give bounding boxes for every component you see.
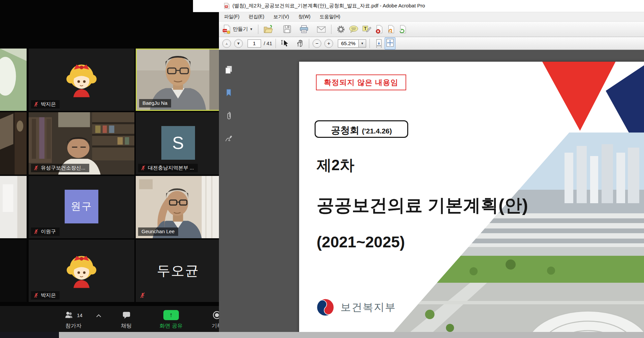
initial-avatar: S	[161, 126, 195, 160]
pdf-file-icon	[224, 3, 230, 9]
video-tile-duogyun[interactable]: 두오균	[136, 240, 219, 302]
mic-muted-icon	[140, 165, 146, 171]
print-icon	[299, 25, 309, 33]
video-tile-leewongu[interactable]: 원구 이원구	[29, 176, 134, 238]
participants-button[interactable]: 14 참가자	[53, 310, 94, 330]
video-tile-partial-4[interactable]	[0, 240, 27, 302]
screen-share-button[interactable]: ↑ 화면 공유	[154, 310, 188, 330]
video-tile-geunchan-lee[interactable]: Geunchan Lee	[136, 176, 219, 238]
zoom-out-button[interactable]: −	[313, 39, 321, 48]
paperclip-icon	[226, 111, 231, 120]
video-tile-daejeon[interactable]: S 대전충남지역본부 ...	[136, 112, 219, 175]
taskbar-corner	[0, 332, 59, 338]
initial-avatar: 원구	[65, 190, 98, 223]
video-tile-partial-1[interactable]	[0, 49, 27, 111]
open-file-button[interactable]	[262, 24, 275, 35]
ministry-name: 보건복지부	[341, 300, 396, 314]
scrolling-mode-button[interactable]	[373, 38, 385, 49]
page-number-input[interactable]	[248, 39, 261, 48]
slide-title-line2: 공공보건의료 기본계획(안)	[317, 194, 528, 217]
edit-text-button[interactable]: T	[360, 24, 373, 34]
page-scroll-icon	[375, 39, 383, 48]
edit-text-icon: T	[362, 25, 372, 33]
envelope-icon	[317, 26, 326, 33]
acrobat-page-toolbar: ▲ ▼ / 41 − + ▼	[219, 37, 644, 50]
record-button[interactable]: 기록	[206, 310, 219, 330]
menu-view[interactable]: 보기(V)	[273, 14, 289, 20]
zoom-in-button[interactable]: +	[324, 39, 333, 48]
video-tile-baegju-na[interactable]: BaegJu Na	[136, 49, 219, 111]
document-area: 확정되지 않은 내용임 공청회 ('21.4.26) 제2차 공공보건의료 기본…	[219, 50, 644, 332]
participant-name-tag: 박지은	[31, 100, 60, 109]
screen: 박지은 BaegJu Na	[0, 0, 644, 338]
select-tool-button[interactable]	[279, 38, 291, 49]
open-folder-icon	[263, 25, 273, 34]
participant-name-tag: 이원구	[31, 227, 60, 236]
video-tile-partial-3[interactable]	[0, 176, 27, 238]
mic-muted-icon	[33, 101, 39, 107]
bookmarks-button[interactable]	[224, 88, 234, 98]
slide-title-line3: (2021~2025)	[317, 233, 405, 251]
chat-label: 채팅	[121, 322, 132, 330]
email-button[interactable]	[315, 25, 328, 34]
video-tile-partial-2[interactable]	[0, 112, 27, 175]
participants-icon	[64, 311, 74, 319]
participants-menu-chevron-icon[interactable]	[97, 314, 102, 318]
print-button[interactable]	[298, 24, 310, 34]
next-page-button[interactable]: ▼	[234, 39, 243, 48]
dropdown-caret-icon: ▼	[361, 42, 364, 45]
signatures-button[interactable]	[224, 133, 234, 144]
not-finalized-warning-box: 확정되지 않은 내용임	[316, 74, 406, 90]
export-pdf-button[interactable]	[397, 24, 409, 35]
menu-help[interactable]: 도움말(H)	[320, 14, 340, 20]
mic-muted-icon	[139, 292, 146, 298]
public-hearing-date: ('21.4.26)	[362, 127, 392, 135]
video-tile-yuseong[interactable]: 유성구보건소장신...	[29, 112, 134, 175]
create-pdf-button[interactable]: 만들기 ▼	[221, 24, 255, 35]
page-signature-icon	[387, 25, 395, 34]
acrobat-menubar: 파일(F) 편집(E) 보기(V) 창(W) 도움말(H)	[219, 12, 644, 22]
mic-muted-icon	[33, 229, 39, 234]
participant-name: BaegJu Na	[142, 100, 167, 106]
zoom-dropdown-button[interactable]: ▼	[359, 39, 366, 48]
video-frame	[0, 112, 27, 175]
attachments-button[interactable]	[224, 111, 234, 121]
page-count-text: / 41	[264, 40, 272, 46]
menu-file[interactable]: 파일(F)	[224, 14, 239, 20]
public-hearing-label: 공청회	[331, 124, 359, 137]
sign-document-button[interactable]	[385, 24, 397, 35]
comment-bubble-icon	[349, 25, 359, 33]
chat-button[interactable]: 채팅	[116, 310, 137, 330]
video-frame	[0, 49, 27, 111]
acrobat-main-toolbar: 만들기 ▼	[219, 22, 644, 37]
chat-icon	[122, 311, 131, 319]
gear-icon	[336, 25, 345, 34]
delete-pages-button[interactable]	[373, 24, 385, 35]
previous-page-button[interactable]: ▲	[222, 39, 231, 48]
ministry-emblem-icon	[315, 297, 336, 318]
fit-page-button-selected[interactable]	[385, 37, 395, 50]
comment-button[interactable]	[347, 24, 360, 34]
up-arrow-icon: ▲	[225, 41, 229, 46]
bottom-scrollbar-strip[interactable]	[0, 332, 644, 338]
slide-title-line1: 제2차	[317, 155, 354, 175]
menu-window[interactable]: 창(W)	[298, 14, 311, 20]
menu-edit[interactable]: 편집(E)	[249, 14, 264, 20]
preferences-button[interactable]	[335, 24, 347, 35]
participants-count: 14	[77, 312, 83, 318]
save-file-button[interactable]	[281, 24, 293, 34]
participant-name: Geunchan Lee	[141, 228, 174, 235]
zoom-level-input[interactable]	[338, 39, 359, 48]
fit-page-icon	[386, 38, 394, 47]
participant-avatar	[63, 59, 100, 98]
participant-name: 박지은	[41, 101, 56, 107]
video-tile-parkjieun-1[interactable]: 박지은	[29, 49, 134, 111]
anime-avatar-image	[63, 251, 100, 288]
navigation-pane-rail	[219, 50, 238, 332]
ministry-logo: 보건복지부	[315, 297, 396, 318]
page-thumbnails-button[interactable]	[224, 65, 234, 75]
acrobat-titlebar[interactable]: (별첨)_제2차_공공보건의료_기본계획(안)_공청회_발표_자료.pdf - …	[193, 0, 644, 12]
hand-tool-button[interactable]	[294, 38, 305, 49]
window-title: (별첨)_제2차_공공보건의료_기본계획(안)_공청회_발표_자료.pdf - …	[232, 3, 425, 9]
video-tile-parkjieun-2[interactable]: 박지은	[29, 240, 134, 302]
